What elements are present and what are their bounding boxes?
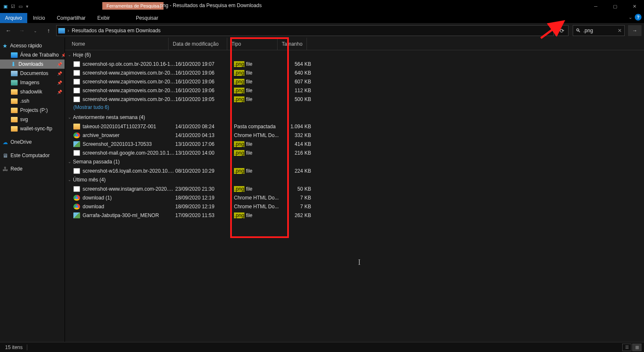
sidebar-item-network[interactable]: 🖧Rede <box>0 164 65 173</box>
help-icon[interactable]: ? <box>635 14 641 21</box>
tab-search[interactable]: Pesquisar <box>130 13 164 23</box>
recent-locations-icon[interactable]: ⌄ <box>29 25 41 36</box>
status-divider <box>27 344 27 350</box>
tab-home[interactable]: Início <box>27 13 51 23</box>
navigation-pane: ★Acesso rápido Área de Trabalho📌 ⬇Downlo… <box>0 38 65 342</box>
address-dropdown-icon[interactable]: ⌄ <box>548 28 551 33</box>
breadcrumb[interactable]: Resultados da Pesquisa em Downloads <box>72 28 161 34</box>
checkbox-icon[interactable]: ☑ <box>11 4 15 9</box>
file-row[interactable]: archive_browser14/10/2020 04:13Chrome HT… <box>65 131 644 140</box>
tab-share[interactable]: Compartilhar <box>51 13 91 23</box>
column-header-type[interactable]: Tipo <box>227 38 278 50</box>
pin-icon: 📌 <box>57 71 62 76</box>
file-date: 16/10/2020 19:06 <box>175 88 234 93</box>
view-switcher: ☰ ▦ <box>622 344 641 351</box>
file-name: archive_browser <box>83 132 175 138</box>
file-type: .png file <box>234 61 284 67</box>
file-row[interactable]: screenshot-www.zapimoveis.com.br-202...1… <box>65 86 644 95</box>
file-row[interactable]: screenshot-www.zapimoveis.com.br-202...1… <box>65 77 644 86</box>
sidebar-item-this-pc[interactable]: 🖥Este Computador <box>0 151 65 160</box>
sidebar-item-label: Projects (P:) <box>20 107 48 113</box>
file-date: 13/10/2020 17:06 <box>175 141 234 147</box>
file-row[interactable]: screenshot-www.zapimoveis.com.br-202...1… <box>65 68 644 77</box>
download-icon: ⬇ <box>11 62 16 67</box>
sidebar-item-shadowlik[interactable]: shadowlik📌 <box>0 87 65 96</box>
ribbon-collapse-icon[interactable]: ⌄ <box>628 15 632 20</box>
file-size: 262 KB <box>284 212 314 218</box>
file-size: 1.094 KB <box>284 124 314 129</box>
tab-file[interactable]: Arquivo <box>0 13 27 23</box>
up-button[interactable]: ↑ <box>43 25 55 36</box>
file-row[interactable]: screenshot-sp.olx.com.br-2020.10.16-19_.… <box>65 60 644 68</box>
file-row[interactable]: Garrafa-Jabutipa-300-ml_MENOR17/09/2020 … <box>65 211 644 220</box>
close-button[interactable]: ✕ <box>625 0 644 13</box>
file-type: .png file <box>234 212 284 218</box>
search-query[interactable]: .png <box>583 28 593 34</box>
group-header[interactable]: ⌄Último mês (4) <box>65 175 644 184</box>
sidebar-item-svg[interactable]: svg <box>0 115 65 124</box>
file-row[interactable]: screenshot-www.instagram.com-2020.09...2… <box>65 184 644 193</box>
view-details-icon[interactable]: ☰ <box>622 344 631 351</box>
file-row[interactable]: screenshot-mail.google.com-2020.10.13-..… <box>65 148 644 157</box>
status-bar: 15 itens ☰ ▦ <box>0 342 644 352</box>
file-name: screenshot-www.instagram.com-2020.09... <box>83 186 175 192</box>
sidebar-item-label: Rede <box>10 166 23 172</box>
cloud-icon: ☁ <box>3 139 8 145</box>
file-date: 08/10/2020 10:29 <box>175 168 234 174</box>
sidebar-item-documents[interactable]: Documentos📌 <box>0 69 65 78</box>
properties-icon[interactable]: ▭ <box>18 4 23 9</box>
sidebar-item-ssh[interactable]: .ssh <box>0 96 65 106</box>
file-row[interactable]: download (1)18/09/2020 12:19Chrome HTML … <box>65 193 644 202</box>
file-row[interactable]: screenshot-w16.loyall.com.br-2020.10.08-… <box>65 166 644 175</box>
documents-icon <box>11 71 18 76</box>
sidebar-item-wallet[interactable]: wallet-sync-ftp <box>0 124 65 133</box>
file-type: Pasta compactada <box>234 124 284 129</box>
column-header-size[interactable]: Tamanho <box>278 38 307 50</box>
file-type: Chrome HTML Do... <box>234 132 284 138</box>
sidebar-item-onedrive[interactable]: ☁OneDrive <box>0 137 65 147</box>
back-button[interactable]: ← <box>3 25 14 36</box>
file-type: Chrome HTML Do... <box>234 204 284 210</box>
file-row[interactable]: Screenshot_20201013-17053313/10/2020 17:… <box>65 140 644 148</box>
pin-icon: 📌 <box>57 80 62 85</box>
file-size: 224 KB <box>284 168 314 174</box>
qat-more-icon[interactable]: ▾ <box>26 4 29 9</box>
file-type: .png file <box>234 168 284 174</box>
group-label: Último mês (4) <box>73 177 106 183</box>
refresh-button[interactable]: ⟳ <box>555 25 569 36</box>
file-size: 500 KB <box>284 96 314 102</box>
sidebar-item-projects[interactable]: Projects (P:) <box>0 106 65 115</box>
search-go-button[interactable]: → <box>628 25 641 36</box>
search-highlight: .png <box>234 212 244 218</box>
file-size: 50 KB <box>284 186 314 192</box>
column-header-name[interactable]: Nome <box>65 38 169 50</box>
file-type: .png file <box>234 70 284 76</box>
view-large-icons-icon[interactable]: ▦ <box>632 344 641 351</box>
sidebar-quick-access[interactable]: ★Acesso rápido <box>0 41 65 50</box>
address-bar[interactable]: › Resultados da Pesquisa em Downloads ⌄ <box>56 25 554 36</box>
group-header[interactable]: ⌄Semana passada (1) <box>65 157 644 166</box>
search-tools-context-tab[interactable]: Ferramentas de Pesquisa <box>102 2 164 10</box>
tab-view[interactable]: Exibir <box>91 13 116 23</box>
file-row[interactable]: download18/09/2020 12:19Chrome HTML Do..… <box>65 202 644 211</box>
search-icon: 🔍︎ <box>576 28 581 34</box>
column-header-date[interactable]: Data de modificação <box>169 38 227 50</box>
group-header[interactable]: ⌄Hoje (6) <box>65 50 644 60</box>
minimize-button[interactable]: ─ <box>586 0 605 13</box>
file-date: 16/10/2020 19:07 <box>175 61 234 67</box>
file-row[interactable]: takeout-20201014T110237Z-00114/10/2020 0… <box>65 122 644 131</box>
clear-search-icon[interactable]: ✕ <box>618 28 622 34</box>
sidebar-item-images[interactable]: Imagens📌 <box>0 78 65 87</box>
show-all-link[interactable]: (Mostrar tudo 6) <box>65 104 644 113</box>
search-highlight: .png <box>234 168 244 174</box>
forward-button[interactable]: → <box>16 25 28 36</box>
search-box[interactable]: 🔍︎ .png ✕ <box>573 25 625 36</box>
file-row[interactable]: screenshot-www.zapimoveis.com.br-202...1… <box>65 95 644 104</box>
group-header[interactable]: ⌄Anteriormente nesta semana (4) <box>65 113 644 122</box>
sidebar-item-desktop[interactable]: Área de Trabalho📌 <box>0 50 65 60</box>
file-name: download (1) <box>83 195 175 201</box>
sidebar-item-downloads[interactable]: ⬇Downloads📌 <box>0 60 65 69</box>
maximize-button[interactable]: ▢ <box>605 0 625 13</box>
file-size: 112 KB <box>284 88 314 93</box>
images-icon <box>11 80 18 85</box>
